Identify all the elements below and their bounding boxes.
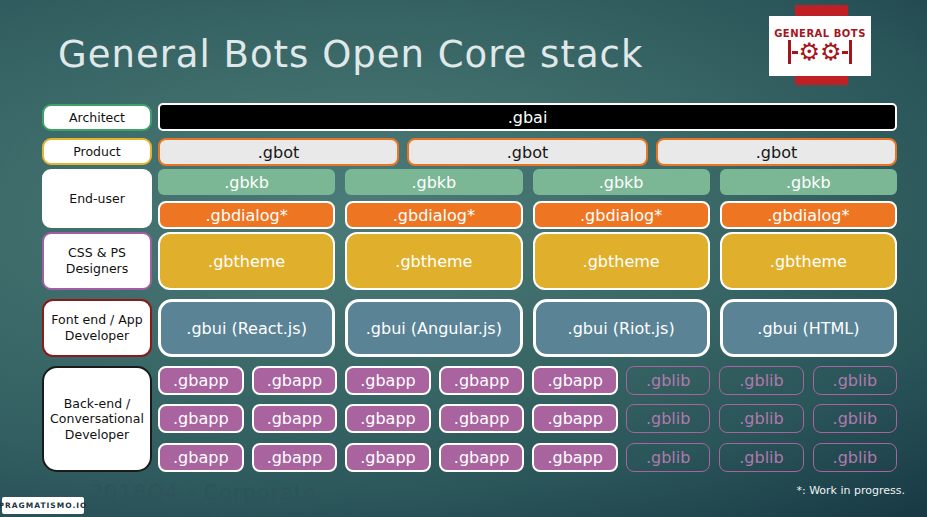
gbtheme-box: .gbtheme xyxy=(158,232,335,290)
gbapp-box: .gbapp xyxy=(532,404,618,433)
brand-logo: GENERAL BOTS ⚙⚙ xyxy=(769,16,871,76)
work-in-progress-note: *: Work in progress. xyxy=(796,484,905,497)
gbapp-box: .gbapp xyxy=(345,404,431,433)
label-end-user: End-user xyxy=(42,169,152,228)
gbapp-box: .gbapp xyxy=(345,443,431,472)
gbui-box: .gbui (Angular.js) xyxy=(345,299,522,357)
gbkb-box: .gbkb xyxy=(533,169,710,195)
gbtheme-box: .gbtheme xyxy=(345,232,522,290)
dev-row-1: .gbapp.gbapp.gbapp.gbapp.gbapp .gblib.gb… xyxy=(158,366,897,395)
gblib-box: .gblib xyxy=(719,366,803,395)
gbai-box: .gbai xyxy=(158,103,897,131)
gbkb-box: .gbkb xyxy=(158,169,335,195)
gbui-box: .gbui (HTML) xyxy=(720,299,897,357)
gbdialog-box: .gbdialog* xyxy=(720,201,897,229)
gbtheme-box: .gbtheme xyxy=(720,232,897,290)
gblib-box: .gblib xyxy=(719,443,803,472)
gblib-box: .gblib xyxy=(719,404,803,433)
gbot-row: .gbot.gbot.gbot xyxy=(158,138,897,166)
gears-icon: ⚙⚙ xyxy=(787,40,852,64)
gbapp-box: .gbapp xyxy=(439,366,525,395)
gblib-box: .gblib xyxy=(626,443,710,472)
gbapp-box: .gbapp xyxy=(252,366,338,395)
dev-row-3: .gbapp.gbapp.gbapp.gbapp.gbapp .gblib.gb… xyxy=(158,443,897,472)
gblib-box: .gblib xyxy=(626,404,710,433)
footer-caption: 2018Q4 - Corporate xyxy=(90,481,317,505)
label-frontend-app-developer: Font end / App Developer xyxy=(42,299,152,357)
gbapp-box: .gbapp xyxy=(532,443,618,472)
gbapp-box: .gbapp xyxy=(158,404,244,433)
gbapp-group: .gbapp.gbapp.gbapp.gbapp.gbapp xyxy=(158,443,618,472)
gbkb-box: .gbkb xyxy=(720,169,897,195)
gbapp-box: .gbapp xyxy=(532,366,618,395)
gblib-box: .gblib xyxy=(813,443,897,472)
gbapp-group: .gbapp.gbapp.gbapp.gbapp.gbapp xyxy=(158,366,618,395)
gbot-box: .gbot xyxy=(656,138,897,166)
gbui-box: .gbui (React.js) xyxy=(158,299,335,357)
gear-frame-right-icon xyxy=(849,40,852,64)
gbapp-group: .gbapp.gbapp.gbapp.gbapp.gbapp xyxy=(158,404,618,433)
gblib-box: .gblib xyxy=(813,366,897,395)
gblib-group: .gblib.gblib.gblib xyxy=(626,366,897,395)
gbtheme-box: .gbtheme xyxy=(533,232,710,290)
gbui-box: .gbui (Riot.js) xyxy=(533,299,710,357)
gbdialog-box: .gbdialog* xyxy=(158,201,335,229)
slide: General Bots Open Core stack GENERAL BOT… xyxy=(0,0,927,517)
label-product: Product xyxy=(42,138,152,165)
gear-icon: ⚙ xyxy=(798,41,820,63)
gbkb-box: .gbkb xyxy=(345,169,522,195)
gear-icon: ⚙ xyxy=(820,41,842,63)
gbui-row: .gbui (React.js).gbui (Angular.js).gbui … xyxy=(158,299,897,357)
gblib-group: .gblib.gblib.gblib xyxy=(626,404,897,433)
gbot-box: .gbot xyxy=(407,138,648,166)
gbapp-box: .gbapp xyxy=(158,443,244,472)
gbdialog-row: .gbdialog*.gbdialog*.gbdialog*.gbdialog* xyxy=(158,201,897,229)
gear-frame-tick-right xyxy=(842,51,848,54)
gblib-group: .gblib.gblib.gblib xyxy=(626,443,897,472)
gbapp-box: .gbapp xyxy=(439,404,525,433)
gbkb-row: .gbkb.gbkb.gbkb.gbkb xyxy=(158,169,897,195)
gbapp-box: .gbapp xyxy=(345,366,431,395)
gear-frame-left-icon xyxy=(788,40,791,64)
gbapp-box: .gbapp xyxy=(158,366,244,395)
gbdialog-box: .gbdialog* xyxy=(533,201,710,229)
label-architect: Architect xyxy=(42,104,152,131)
label-backend-conversational-developer: Back-end / Conversational Developer xyxy=(42,366,152,472)
gbtheme-row: .gbtheme.gbtheme.gbtheme.gbtheme xyxy=(158,232,897,290)
gblib-box: .gblib xyxy=(626,366,710,395)
gbot-box: .gbot xyxy=(158,138,399,166)
watermark-pragmatismo: PRAGMATISMO.IO xyxy=(2,497,84,514)
gblib-box: .gblib xyxy=(813,404,897,433)
gbapp-box: .gbapp xyxy=(252,443,338,472)
gbapp-box: .gbapp xyxy=(252,404,338,433)
label-css-ps-designers: CSS & PS Designers xyxy=(42,232,152,290)
dev-row-2: .gbapp.gbapp.gbapp.gbapp.gbapp .gblib.gb… xyxy=(158,404,897,433)
gbapp-box: .gbapp xyxy=(439,443,525,472)
slide-title: General Bots Open Core stack xyxy=(58,33,643,76)
gbdialog-box: .gbdialog* xyxy=(345,201,522,229)
